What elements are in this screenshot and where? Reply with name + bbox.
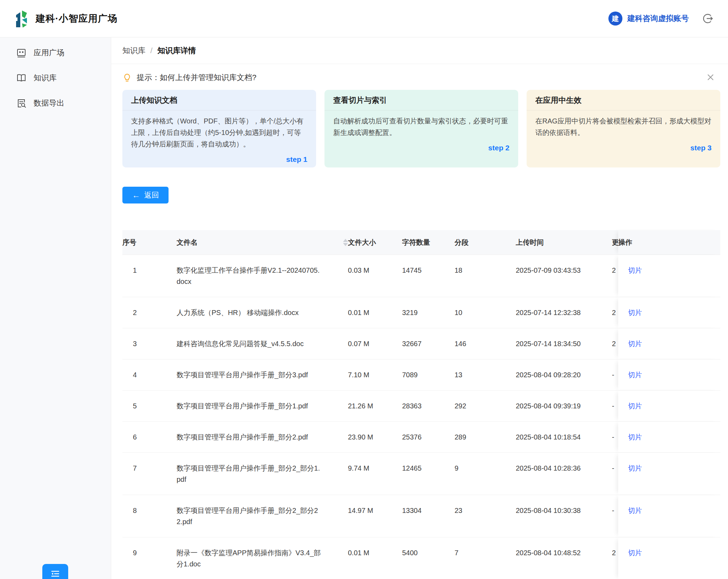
slice-link[interactable]: 切片 <box>628 309 642 316</box>
cell-charcount: 13304 <box>402 495 455 537</box>
breadcrumb-parent[interactable]: 知识库 <box>122 45 145 56</box>
table-row: 7数字项目管理平台用户操作手册_部分2_部分1.pdf9.74 M1246592… <box>122 453 720 495</box>
header-charcount: 字符数量 <box>402 230 455 255</box>
table-row: 2人力系统（PS、HR） 移动端操作.docx0.01 M3219102025-… <box>122 297 720 328</box>
arrow-left-icon: ← <box>132 191 140 199</box>
cell-actions: 切片 <box>618 537 720 579</box>
sidebar-item-app-plaza[interactable]: 应用广场 <box>0 40 111 65</box>
username[interactable]: 建科咨询虚拟账号 <box>627 13 689 24</box>
cell-index: 3 <box>122 328 177 359</box>
slice-link[interactable]: 切片 <box>628 266 642 274</box>
cell-charcount: 7089 <box>402 359 455 390</box>
cell-filesize: 14.97 M <box>348 495 402 537</box>
sidebar: 应用广场 知识库 数据导出 <box>0 37 111 579</box>
cell-segments: 23 <box>455 495 516 537</box>
cell-filesize: 0.01 M <box>348 297 402 328</box>
table-row: 3建科咨询信息化常见问题答疑_v4.5.5.doc0.07 M326671462… <box>122 328 720 359</box>
step-card-apply: 在应用中生效 在RAG应用中切片将会被模型检索并召回，形成大模型对话的依据语料。… <box>527 90 720 167</box>
slice-link[interactable]: 切片 <box>628 433 642 441</box>
cell-charcount: 25376 <box>402 422 455 452</box>
cell-index: 9 <box>122 537 177 579</box>
sidebar-collapse-button[interactable] <box>42 564 68 579</box>
header-index: 序号 <box>122 230 177 255</box>
cell-filesize: 23.90 M <box>348 422 402 452</box>
table-row: 4数字项目管理平台用户操作手册_部分3.pdf7.10 M7089132025-… <box>122 359 720 391</box>
step-badge: step 3 <box>535 142 712 153</box>
cell-uploaded: 2025-08-04 10:30:38 <box>516 495 612 537</box>
cell-filename: 数字项目管理平台用户操作手册_部分2.pdf <box>177 422 348 452</box>
card-title: 在应用中生效 <box>527 90 720 110</box>
cell-actions: 切片 <box>618 328 720 359</box>
card-title: 上传知识文档 <box>122 90 316 110</box>
cell-uploaded: 2025-07-14 12:32:38 <box>516 297 612 328</box>
table-row: 5数字项目管理平台用户操作手册_部分1.pdf21.26 M2836329220… <box>122 391 720 422</box>
doc-search-icon <box>16 98 27 108</box>
cell-index: 4 <box>122 359 177 390</box>
header-uploaded: 上传时间 <box>516 230 612 255</box>
cell-filesize: 7.10 M <box>348 359 402 390</box>
slice-link[interactable]: 切片 <box>628 340 642 348</box>
cell-uploaded: 2025-07-09 03:43:53 <box>516 255 612 297</box>
cell-uploaded: 2025-08-04 09:39:19 <box>516 391 612 421</box>
card-body-text: 自动解析成功后可查看切片数量与索引状态，必要时可重新生成或调整配置。 <box>333 115 509 138</box>
cell-filesize: 0.07 M <box>348 328 402 359</box>
cell-segments: 10 <box>455 297 516 328</box>
cell-index: 1 <box>122 255 177 297</box>
cell-uploaded: 2025-08-04 09:28:20 <box>516 359 612 390</box>
table-row: 1数字化监理工作平台操作手册V2.1--20240705.docx0.03 M1… <box>122 255 720 297</box>
cell-filename: 数字项目管理平台用户操作手册_部分1.pdf <box>177 391 348 421</box>
lightbulb-icon <box>122 73 132 83</box>
cell-charcount: 5400 <box>402 537 455 579</box>
card-title: 查看切片与索引 <box>324 90 518 110</box>
logout-icon[interactable] <box>702 13 713 24</box>
header-filename: 文件名 <box>177 230 348 255</box>
table-body: 1数字化监理工作平台操作手册V2.1--20240705.docx0.03 M1… <box>122 255 720 579</box>
cell-actions: 切片 <box>618 359 720 390</box>
cell-actions: 切片 <box>618 422 720 452</box>
slice-link[interactable]: 切片 <box>628 549 642 557</box>
header-segments: 分段 <box>455 230 516 255</box>
table-row: 9附录一《数字监理APP简易操作指南》V3.4_部分1.doc0.01 M540… <box>122 537 720 579</box>
cell-filename: 数字项目管理平台用户操作手册_部分2_部分22.pdf <box>177 495 348 537</box>
top-bar: 建科·小智应用广场 建 建科咨询虚拟账号 <box>0 0 728 37</box>
sort-icon[interactable] <box>343 239 348 246</box>
sidebar-item-label: 应用广场 <box>34 48 64 58</box>
cell-charcount: 32667 <box>402 328 455 359</box>
card-body-text: 在RAG应用中切片将会被模型检索并召回，形成大模型对话的依据语料。 <box>535 115 712 138</box>
cell-actions: 切片 <box>618 255 720 297</box>
app-plaza-icon <box>16 48 27 58</box>
slice-link[interactable]: 切片 <box>628 464 642 472</box>
app-logo-icon <box>14 9 30 28</box>
cell-filesize: 0.01 M <box>348 537 402 579</box>
menu-fold-icon <box>50 569 60 579</box>
slice-link[interactable]: 切片 <box>628 371 642 379</box>
header-actions: 操作 <box>618 230 720 255</box>
header-filename-label: 文件名 <box>177 237 198 248</box>
step-card-slices: 查看切片与索引 自动解析成功后可查看切片数量与索引状态，必要时可重新生成或调整配… <box>324 90 518 167</box>
cell-filesize: 0.03 M <box>348 255 402 297</box>
cell-uploaded: 2025-08-04 10:18:54 <box>516 422 612 452</box>
sidebar-item-knowledge-base[interactable]: 知识库 <box>0 65 111 91</box>
sidebar-item-data-export[interactable]: 数据导出 <box>0 91 111 116</box>
back-button-label: 返回 <box>144 190 159 200</box>
cell-filesize: 21.26 M <box>348 391 402 421</box>
cell-uploaded: 2025-08-04 10:48:52 <box>516 537 612 579</box>
cell-segments: 13 <box>455 359 516 390</box>
cell-segments: 9 <box>455 453 516 495</box>
cell-segments: 7 <box>455 537 516 579</box>
step-card-upload: 上传知识文档 支持多种格式（Word、PDF、图片等），单个/总大小有上限，上传… <box>122 90 316 167</box>
card-body-text: 支持多种格式（Word、PDF、图片等），单个/总大小有上限，上传后自动处理（约… <box>131 115 307 150</box>
cell-segments: 289 <box>455 422 516 452</box>
cell-index: 8 <box>122 495 177 537</box>
breadcrumb: 知识库 / 知识库详情 <box>111 37 728 64</box>
close-icon[interactable] <box>706 72 715 82</box>
cell-filename: 数字化监理工作平台操作手册V2.1--20240705.docx <box>177 255 348 297</box>
cell-charcount: 3219 <box>402 297 455 328</box>
cell-uploaded: 2025-08-04 10:28:36 <box>516 453 612 495</box>
cell-filename: 建科咨询信息化常见问题答疑_v4.5.5.doc <box>177 328 348 359</box>
slice-link[interactable]: 切片 <box>628 402 642 410</box>
back-button[interactable]: ← 返回 <box>122 187 169 203</box>
avatar[interactable]: 建 <box>608 12 622 26</box>
step-cards: 上传知识文档 支持多种格式（Word、PDF、图片等），单个/总大小有上限，上传… <box>122 90 720 167</box>
slice-link[interactable]: 切片 <box>628 507 642 514</box>
